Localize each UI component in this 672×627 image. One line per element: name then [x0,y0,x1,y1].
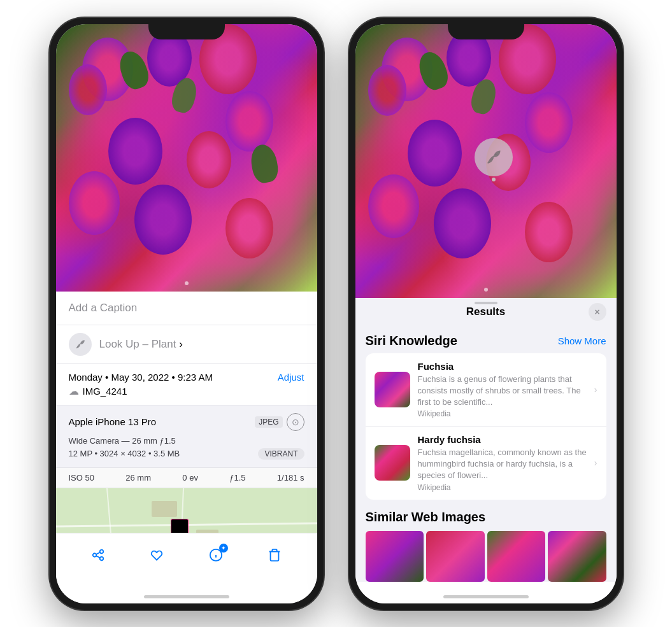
results-title: Results [466,306,505,318]
resolution-text: 12 MP • 3024 × 4032 • 3.5 MB [69,449,180,458]
caption-placeholder[interactable]: Add a Caption [69,302,138,314]
home-bar-2 [443,595,529,598]
heart-icon [150,548,164,562]
close-button[interactable]: × [589,303,606,321]
vs-dot [492,178,496,181]
hardy-desc: Fuchsia magellanica, commonly known as t… [418,447,587,482]
device-row: Apple iPhone 13 Pro JPEG ⊙ [69,413,304,431]
phone-1: Add a Caption Look Up – Plant › Monday •… [50,18,324,610]
similar-image-2[interactable] [426,531,485,582]
share-icon [91,548,105,562]
photo-area-2[interactable] [355,24,617,298]
hardy-name: Hardy fuchsia [418,434,587,445]
fuchsia-name: Fuchsia [418,361,587,372]
share-button[interactable] [84,541,112,569]
similar-image-1[interactable] [366,531,424,582]
svg-rect-5 [152,501,177,517]
results-header: Results × [355,298,617,326]
hardy-thumbnail [375,445,410,481]
meta-row1: Monday • May 30, 2022 • 9:23 AM Adjust [69,372,304,383]
home-indicator-1 [56,582,317,603]
device-name: Apple iPhone 13 Pro [69,416,157,427]
meta-date: Monday • May 30, 2022 • 9:23 AM [69,372,213,383]
format-badge: JPEG [255,416,282,428]
fuchsia-desc: Fuchsia is a genus of flowering plants t… [418,374,587,409]
device-section: Apple iPhone 13 Pro JPEG ⊙ Wide Camera —… [56,405,317,468]
info-button[interactable]: ✦ [202,541,230,569]
fuchsia-text: Fuchsia Fuchsia is a genus of flowering … [418,361,587,419]
show-more-button[interactable]: Show More [558,335,606,346]
exif-shutter: 1/181 s [277,473,304,483]
map-preview[interactable] [56,488,317,533]
delete-button[interactable] [261,541,289,569]
exif-aperture: ƒ1.5 [229,473,245,483]
visual-search-leaf-icon [485,148,503,166]
similar-image-3[interactable] [487,531,546,582]
toolbar: ✦ [56,533,317,582]
resolution-row: 12 MP • 3024 × 4032 • 3.5 MB VIBRANT [69,448,304,460]
svg-rect-8 [171,519,188,533]
phone-2: Results × Siri Knowledge Show More [349,18,623,610]
adjust-button[interactable]: Adjust [278,372,304,383]
caption-area[interactable]: Add a Caption [56,292,317,325]
lookup-row[interactable]: Look Up – Plant › [56,325,317,364]
exif-row: ISO 50 26 mm 0 ev ƒ1.5 1/181 s [56,468,317,488]
map-roads-svg [56,488,317,533]
fuchsia-chevron: › [594,384,597,395]
info-badge: ✦ [219,544,228,553]
similar-image-4[interactable] [548,531,606,582]
home-bar-1 [144,595,229,598]
knowledge-card: Fuchsia Fuchsia is a genus of flowering … [366,353,606,500]
knowledge-item-hardy[interactable]: Hardy fuchsia Fuchsia magellanica, commo… [366,426,606,500]
results-panel: Results × Siri Knowledge Show More [355,298,617,582]
hardy-text: Hardy fuchsia Fuchsia magellanica, commo… [418,434,587,492]
similar-images [366,531,606,582]
notch-1 [148,18,225,39]
similar-title: Similar Web Images [366,510,606,525]
info-panel: Add a Caption Look Up – Plant › Monday •… [56,292,317,533]
favorite-button[interactable] [143,541,171,569]
results-content: Siri Knowledge Show More Fuchsia Fuchsia… [355,326,617,582]
home-indicator-2 [355,582,617,603]
knowledge-item-fuchsia[interactable]: Fuchsia Fuchsia is a genus of flowering … [366,353,606,427]
lookup-icon [69,333,92,356]
cloud-icon: ☁ [69,385,79,397]
vibrant-badge: VIBRANT [258,448,304,460]
fuchsia-source: Wikipedia [418,409,587,418]
meta-file: ☁ IMG_4241 [69,385,304,397]
leaf-icon [75,339,86,350]
drag-handle[interactable] [475,302,497,304]
hardy-source: Wikipedia [418,483,587,492]
file-name: IMG_4241 [83,386,127,397]
notch-2 [448,18,524,39]
visual-search-indicator[interactable] [475,138,513,176]
siri-knowledge-title: Siri Knowledge [366,334,457,348]
screen-1: Add a Caption Look Up – Plant › Monday •… [56,24,317,603]
exif-iso: ISO 50 [69,473,94,483]
similar-section: Similar Web Images [366,510,606,582]
camera-spec: Wide Camera — 26 mm ƒ1.5 [69,436,304,446]
lookup-label[interactable]: Look Up – Plant › [99,338,183,351]
svg-rect-6 [196,530,218,533]
badge-group: JPEG ⊙ [255,413,304,431]
hardy-chevron: › [594,458,597,468]
siri-knowledge-header: Siri Knowledge Show More [366,326,606,353]
trash-icon [268,548,282,562]
exif-ev: 0 ev [182,473,198,483]
fuchsia-thumbnail [375,372,410,407]
exif-focal: 26 mm [125,473,151,483]
photo-area-1[interactable] [56,24,317,292]
meta-section: Monday • May 30, 2022 • 9:23 AM Adjust ☁… [56,364,317,405]
location-icon: ⊙ [287,413,304,431]
screen-2: Results × Siri Knowledge Show More [355,24,617,603]
